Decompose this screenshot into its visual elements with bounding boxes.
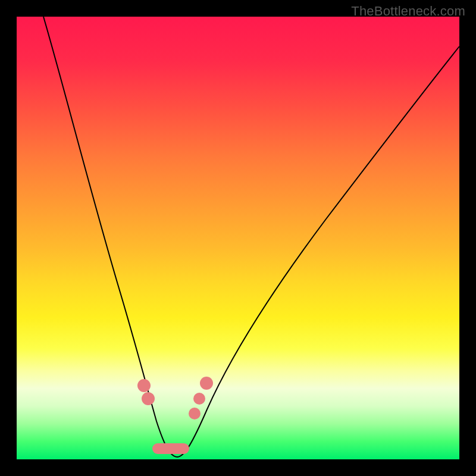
chart-area [17, 17, 459, 459]
trough-bar [152, 443, 189, 454]
marker-right-upper [200, 377, 213, 390]
marker-right-lower [189, 408, 201, 419]
marker-right-mid [193, 393, 205, 405]
bottleneck-curve [17, 17, 459, 459]
marker-left-upper [137, 379, 151, 392]
marker-left-lower [142, 392, 155, 405]
